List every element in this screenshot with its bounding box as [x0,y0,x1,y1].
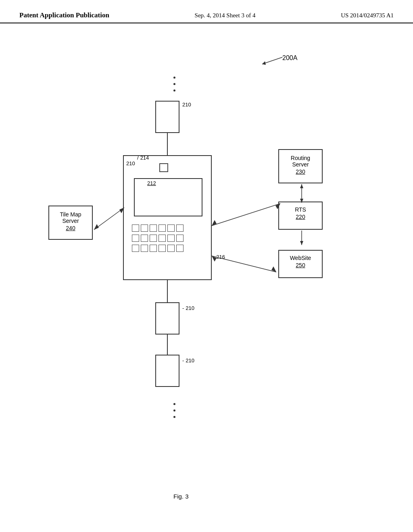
svg-line-7 [94,208,124,230]
line-main-to-bottom1 [167,280,168,302]
label-212: 212 [147,179,156,187]
fig-caption: Fig. 3 [173,493,189,500]
svg-marker-1 [262,61,266,65]
dot-bottom-3 [173,416,175,418]
arrow-rts-website [298,230,306,246]
label-210-top: 210 [182,101,191,108]
line-bottom1-to-bottom2 [167,335,168,355]
dot-bottom-2 [173,409,175,411]
tile-map-server-box: Tile Map Server 240 [48,206,93,240]
dot-bottom-1 [173,403,175,405]
device-210-bottom2 [155,355,179,387]
publication-date: Sep. 4, 2014 Sheet 3 of 4 [195,12,256,19]
svg-marker-9 [94,224,99,230]
routing-server-label: Routing Server 230 [279,150,322,175]
arrow-main-website [210,250,290,282]
dot-top-2 [173,83,175,85]
arrow-tile-main [92,206,169,238]
dot-top-3 [173,89,175,91]
camera-circle [159,163,168,172]
publication-title: Patent Application Publication [19,11,109,19]
svg-line-13 [212,256,276,272]
label-210-main: 210 [126,160,135,167]
tile-map-label: Tile Map Server 240 [49,206,92,231]
label-210-bottom2: - 210 [182,357,194,364]
device-210-bottom1 [155,302,179,335]
arrow-main-rts [210,202,290,234]
svg-marker-8 [119,208,124,213]
dot-top-1 [173,77,175,79]
label-210-bottom1: - 210 [182,304,194,312]
line-top-to-main [167,133,168,155]
routing-server-box: Routing Server 230 [278,149,323,183]
arrow-routing-rts [298,183,306,204]
svg-line-10 [212,204,280,226]
svg-marker-6 [300,241,303,245]
device-210-top [155,101,179,133]
svg-marker-3 [300,184,303,188]
arrow-200A [260,55,284,67]
diagram-area: 200A 210 [0,32,413,524]
page-header: Patent Application Publication Sep. 4, 2… [0,0,413,23]
publication-number: US 2014/0249735 A1 [341,12,394,19]
svg-marker-4 [300,199,303,203]
label-200A: 200A [282,54,297,62]
label-214: / 214 [137,154,149,161]
